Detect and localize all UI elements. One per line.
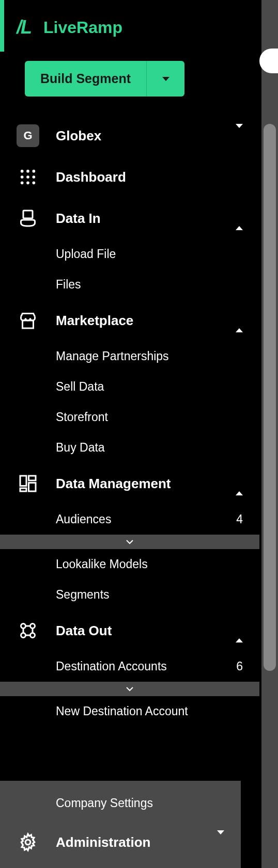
nav-manage-partnerships[interactable]: Manage Partnerships (0, 341, 259, 372)
svg-point-5 (33, 175, 36, 179)
sidebar: /L LiveRamp Build Segment G Globex Dashb… (0, 0, 259, 868)
nav-label: Dashboard (56, 169, 243, 185)
svg-rect-12 (29, 476, 36, 480)
nav-administration[interactable]: Administration (0, 822, 241, 868)
nav-company-settings[interactable]: Company Settings (0, 785, 241, 822)
header: /L LiveRamp (0, 0, 259, 38)
caret-down-icon (236, 128, 243, 144)
caret-up-icon (236, 623, 243, 639)
nav-data-management[interactable]: Data Management (0, 463, 259, 504)
nav-label: Administration (56, 834, 200, 850)
nav-audiences[interactable]: Audiences 4 (0, 504, 259, 535)
data-management-icon (17, 472, 39, 495)
accent-bar (0, 0, 4, 52)
svg-point-2 (33, 170, 36, 173)
caret-up-icon (236, 476, 243, 492)
nav-marketplace[interactable]: Marketplace (0, 300, 259, 341)
nav-segments[interactable]: Segments (0, 580, 259, 610)
marketplace-icon (17, 309, 39, 332)
nav-lookalike-models[interactable]: Lookalike Models (0, 549, 259, 580)
nav-storefront[interactable]: Storefront (0, 402, 259, 432)
svg-point-7 (26, 182, 29, 185)
svg-point-0 (21, 170, 24, 173)
svg-point-17 (21, 633, 26, 638)
nav: G Globex Dashboard Data In Upload File F… (0, 115, 259, 727)
admin-block: Company Settings Administration (0, 781, 241, 868)
nav-sell-data[interactable]: Sell Data (0, 372, 259, 402)
chevron-down-icon (126, 539, 134, 544)
nav-upload-file[interactable]: Upload File (0, 239, 259, 269)
nav-buy-data[interactable]: Buy Data (0, 432, 259, 463)
svg-point-8 (33, 182, 36, 185)
caret-up-icon (236, 313, 243, 329)
data-in-icon (17, 207, 39, 230)
svg-point-6 (21, 182, 24, 185)
svg-rect-14 (20, 488, 26, 491)
svg-point-3 (21, 175, 24, 179)
nav-new-destination-account[interactable]: New Destination Account (0, 696, 259, 727)
nav-data-in[interactable]: Data In (0, 198, 259, 239)
chevron-down-icon (126, 686, 134, 692)
build-segment-group: Build Segment (25, 61, 259, 97)
svg-point-1 (26, 170, 29, 173)
nav-dashboard[interactable]: Dashboard (0, 156, 259, 198)
grid-icon (17, 166, 39, 188)
scrollbar-thumb[interactable] (264, 124, 276, 671)
svg-point-18 (30, 633, 35, 638)
data-out-icon (17, 619, 39, 642)
svg-rect-10 (23, 320, 34, 328)
org-badge: G (17, 124, 39, 147)
caret-down-icon (217, 834, 224, 850)
svg-point-16 (30, 624, 35, 629)
nav-data-out[interactable]: Data Out (0, 610, 259, 651)
logo-icon: /L (17, 17, 31, 38)
nav-destination-accounts[interactable]: Destination Accounts 6 (0, 651, 259, 682)
svg-rect-13 (29, 483, 36, 492)
build-segment-button[interactable]: Build Segment (25, 61, 146, 97)
caret-up-icon (236, 211, 243, 227)
expand-destinations-bar[interactable] (0, 682, 259, 696)
svg-rect-9 (23, 211, 33, 218)
brand-name: LiveRamp (43, 18, 122, 37)
nav-files[interactable]: Files (0, 269, 259, 300)
scrollbar-track[interactable] (261, 0, 278, 868)
count-badge: 4 (236, 512, 243, 526)
nav-label: Marketplace (56, 313, 219, 329)
caret-down-icon (162, 77, 169, 81)
count-badge: 6 (236, 660, 243, 673)
svg-point-4 (26, 175, 29, 179)
build-segment-dropdown-button[interactable] (146, 61, 184, 97)
gear-icon (17, 831, 39, 854)
expand-audiences-bar[interactable] (0, 535, 259, 549)
nav-label: Data Out (56, 623, 219, 639)
nav-label: Data Management (56, 476, 219, 492)
svg-rect-11 (20, 476, 26, 486)
nav-label: Data In (56, 211, 219, 227)
org-name: Globex (56, 128, 219, 144)
svg-point-19 (25, 840, 30, 845)
svg-point-15 (21, 624, 26, 629)
org-selector[interactable]: G Globex (0, 115, 259, 156)
